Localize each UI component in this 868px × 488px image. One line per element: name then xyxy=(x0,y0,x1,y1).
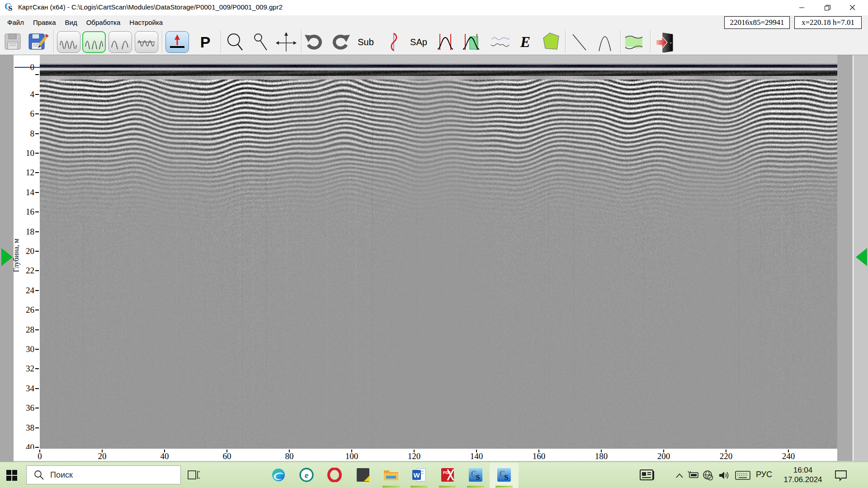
save-button[interactable] xyxy=(4,31,23,53)
redo-button[interactable] xyxy=(329,31,351,53)
menu-file[interactable]: Файл xyxy=(3,17,28,28)
x-tick-label: 180 xyxy=(595,451,608,461)
taskbar-icon-photos-app[interactable] xyxy=(355,467,371,483)
bandpass-filter-button[interactable] xyxy=(437,31,454,53)
cartscan-icon: C S xyxy=(468,468,483,482)
y-tick xyxy=(35,192,39,193)
exit-door-icon xyxy=(655,32,675,52)
x-tick-label: 80 xyxy=(285,451,294,461)
minimize-button[interactable] xyxy=(789,0,815,15)
wiggle-view-3-button[interactable] xyxy=(108,31,132,53)
tray-expand-button[interactable] xyxy=(675,472,684,480)
plot-right-strip xyxy=(837,55,853,461)
save-as-button[interactable] xyxy=(28,31,49,53)
undo-button[interactable] xyxy=(304,31,326,53)
taskbar-icon-pdf[interactable]: PDF xyxy=(440,467,455,483)
toolbar-separator xyxy=(53,30,54,53)
status-size-box: 22016x85=29941 xyxy=(724,16,790,29)
zoom-in-button[interactable] xyxy=(225,31,244,53)
trace-correction-button[interactable] xyxy=(387,31,401,53)
x-tick-label: 160 xyxy=(533,451,546,461)
taskbar-icon-word[interactable]: W xyxy=(411,467,427,483)
x-tick-label: 40 xyxy=(160,451,169,461)
menu-settings[interactable]: Настройка xyxy=(125,17,167,28)
scroll-right-arrow[interactable] xyxy=(856,248,867,266)
keyboard-icon xyxy=(735,471,750,480)
save-icon xyxy=(4,33,23,52)
taskbar-icon-eset[interactable]: e xyxy=(299,467,314,483)
toolbar-separator xyxy=(620,30,621,53)
menu-edit[interactable]: Правка xyxy=(28,17,61,28)
wiggle-view-2-button[interactable] xyxy=(82,31,106,53)
sap-button[interactable]: SAp xyxy=(407,31,430,53)
time-zero-button[interactable] xyxy=(165,31,189,53)
touch-keyboard-button[interactable] xyxy=(735,471,750,482)
time-zero-frame xyxy=(165,31,189,53)
exit-button[interactable] xyxy=(655,31,675,53)
task-view-icon xyxy=(187,469,200,481)
y-tick xyxy=(35,290,39,291)
task-view-button[interactable] xyxy=(187,469,200,483)
sap-label: SAp xyxy=(410,37,427,47)
smoothing-button[interactable] xyxy=(490,31,510,53)
network-status[interactable] xyxy=(702,469,714,483)
language-indicator[interactable]: РУС xyxy=(756,470,772,479)
scroll-left-arrow[interactable] xyxy=(1,248,13,266)
line-pick-button[interactable] xyxy=(571,31,589,53)
wiggle-view-2-frame xyxy=(82,31,106,53)
y-tick-label: 8 xyxy=(30,129,35,139)
y-tick xyxy=(35,231,39,232)
toolbar-separator xyxy=(650,30,651,53)
globe-no-internet-icon xyxy=(702,469,714,481)
toolbar-separator xyxy=(565,30,566,53)
menu-processing[interactable]: Обработка xyxy=(82,17,125,28)
notification-center-button[interactable] xyxy=(835,469,847,483)
bandpass-region-button[interactable] xyxy=(462,31,480,53)
subtract-mean-button[interactable]: Sub xyxy=(355,31,376,53)
y-tick xyxy=(35,94,39,95)
news-widget-button[interactable] xyxy=(639,469,655,483)
running-indicator xyxy=(495,486,513,488)
svg-text:S: S xyxy=(476,474,480,481)
y-tick-label: 24 xyxy=(26,286,34,296)
y-tick-label: 32 xyxy=(26,364,34,374)
taskbar-icon-edge[interactable] xyxy=(271,467,286,483)
depth-axis-title-text: Глубина, м xyxy=(12,239,20,272)
p-tool-button[interactable]: P xyxy=(195,31,215,53)
envelope-button[interactable]: E xyxy=(517,31,533,53)
taskbar-icon-cartscan-1[interactable]: C S xyxy=(468,467,483,483)
volume-status[interactable] xyxy=(718,470,731,482)
radargram-canvas[interactable] xyxy=(40,63,837,449)
close-button[interactable] xyxy=(840,0,865,15)
battery-charging-icon xyxy=(688,471,699,479)
battery-status[interactable] xyxy=(688,471,699,481)
wave-dense-icon xyxy=(60,35,78,49)
taskbar-icon-explorer[interactable] xyxy=(383,467,399,483)
search-placeholder: Поиск xyxy=(50,470,73,480)
clock[interactable]: 16:04 17.06.2024 xyxy=(781,465,825,484)
wave-line-icon-frame xyxy=(135,31,158,53)
y-tick xyxy=(35,329,39,330)
menu-view[interactable]: Вид xyxy=(61,17,82,28)
redo-icon xyxy=(329,32,351,52)
hyperbola-pick-button[interactable] xyxy=(596,31,614,53)
distance-axis: 020406080100120140160180200220240 xyxy=(14,449,837,461)
toolbar-separator xyxy=(162,30,163,53)
polygon-tool-button[interactable] xyxy=(542,31,561,53)
taskbar-icon-cartscan-2-active[interactable]: C S xyxy=(496,467,512,483)
zoom-out-button[interactable] xyxy=(251,31,270,53)
wiggle-view-1-button[interactable] xyxy=(57,31,80,53)
x-tick-label: 120 xyxy=(408,451,421,461)
x-tick-label: 220 xyxy=(720,451,733,461)
search-input[interactable]: Поиск xyxy=(26,465,181,484)
x-tick-label: 60 xyxy=(223,451,231,461)
squiggle-lines-icon xyxy=(490,34,510,50)
chevron-up-icon xyxy=(675,473,684,479)
layer-tool-button[interactable] xyxy=(624,31,644,53)
restore-button[interactable] xyxy=(815,0,840,15)
start-button[interactable] xyxy=(6,470,17,483)
taskbar-icon-opera[interactable] xyxy=(327,467,342,483)
pan-tool-button[interactable] xyxy=(275,31,297,53)
s-curve-icon xyxy=(387,32,401,52)
wiggle-view-4-button[interactable] xyxy=(135,31,158,53)
